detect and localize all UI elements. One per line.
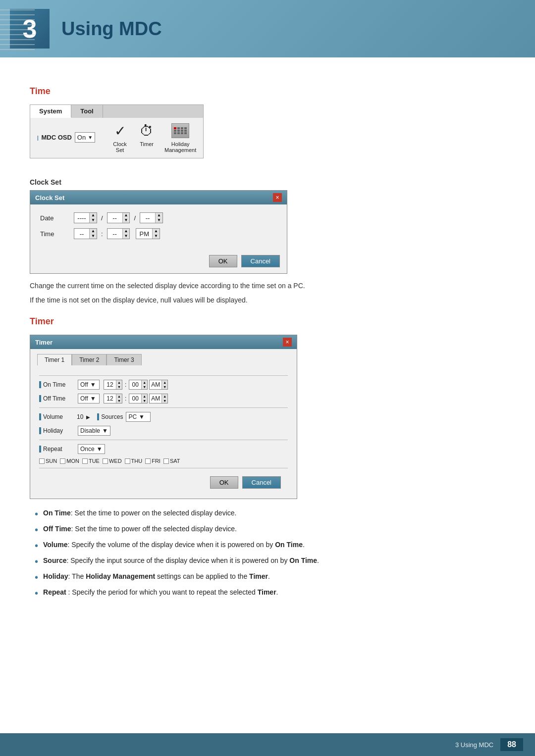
volume-value: 10	[77, 413, 83, 420]
bullet-volume-on-time-ref: On Time	[275, 541, 303, 549]
page-header: 3 Using MDC	[0, 0, 535, 57]
holiday-dropdown[interactable]: Disable ▼	[78, 426, 110, 436]
clock-set-dialog-title: Clock Set	[35, 194, 64, 202]
off-time-ampm-down[interactable]: ▼	[162, 399, 167, 403]
on-time-min-down[interactable]: ▼	[142, 385, 147, 389]
bullet-holiday-management-ref: Holiday Management	[86, 572, 155, 580]
bullet-on-time-label: On Time	[43, 509, 71, 517]
date-month-up[interactable]: ▲	[123, 213, 130, 218]
timer-cancel-button[interactable]: Cancel	[242, 476, 281, 489]
day-wed[interactable]: WED	[103, 458, 122, 464]
day-sun-checkbox[interactable]	[39, 458, 45, 464]
timer-footer: OK Cancel	[39, 472, 288, 495]
time-min-spin[interactable]: -- ▲ ▼	[107, 228, 130, 239]
day-sat-label: SAT	[170, 458, 180, 464]
day-mon-checkbox[interactable]	[60, 458, 65, 464]
day-wed-label: WED	[109, 458, 122, 464]
day-fri[interactable]: FRI	[145, 458, 160, 464]
clock-set-ok-button[interactable]: OK	[209, 255, 237, 267]
time-min-down[interactable]: ▼	[123, 234, 130, 239]
off-time-dropdown[interactable]: Off ▼	[78, 394, 100, 403]
on-time-hour-up[interactable]: ▲	[116, 380, 122, 385]
holiday-icon	[171, 122, 189, 140]
time-min-up[interactable]: ▲	[123, 229, 130, 234]
on-time-ampm-down[interactable]: ▼	[162, 385, 167, 389]
time-hour-spin[interactable]: -- ▲ ▼	[74, 228, 97, 239]
date-day-spin[interactable]: -- ▲ ▼	[140, 212, 163, 223]
timer-dialog-title: Timer	[35, 339, 53, 346]
date-month-down[interactable]: ▼	[123, 218, 130, 223]
day-tue-checkbox[interactable]	[82, 458, 88, 464]
day-fri-checkbox[interactable]	[145, 458, 151, 464]
on-time-min-up[interactable]: ▲	[142, 380, 147, 385]
date-year-arrows: ▲ ▼	[89, 213, 97, 223]
time-ampm-down[interactable]: ▼	[153, 234, 160, 239]
off-time-min-down[interactable]: ▼	[142, 399, 147, 403]
off-time-hour-down[interactable]: ▼	[116, 399, 122, 403]
time-hour-down[interactable]: ▼	[90, 234, 97, 239]
mdc-osd-label: | MDC OSD	[37, 134, 72, 141]
clock-set-close-button[interactable]: ×	[273, 193, 282, 202]
repeat-bar	[39, 446, 41, 453]
on-time-ampm-up[interactable]: ▲	[162, 380, 167, 385]
date-month-spin[interactable]: -- ▲ ▼	[107, 212, 130, 223]
on-time-dropdown[interactable]: Off ▼	[78, 380, 100, 390]
bullet-on-time: • On Time: Set the time to power on the …	[35, 508, 505, 519]
timer-tab-2[interactable]: Timer 2	[72, 354, 107, 365]
timer-tab-1[interactable]: Timer 1	[37, 354, 72, 365]
sources-dropdown[interactable]: PC ▼	[126, 412, 151, 422]
timer-divider1	[39, 375, 288, 376]
day-thu-checkbox[interactable]	[125, 458, 130, 464]
time-ampm-up[interactable]: ▲	[153, 229, 160, 234]
off-time-hour-up[interactable]: ▲	[116, 394, 122, 399]
day-fri-label: FRI	[152, 458, 160, 464]
clock-set-cancel-button[interactable]: Cancel	[241, 255, 280, 267]
day-thu[interactable]: THU	[125, 458, 143, 464]
holiday-icon-item[interactable]: HolidayManagement	[164, 122, 196, 153]
time-ampm-spin[interactable]: PM ▲ ▼	[136, 228, 160, 239]
day-tue[interactable]: TUE	[82, 458, 100, 464]
off-time-ampm-spin[interactable]: AM ▲ ▼	[149, 394, 168, 403]
date-day-arrows: ▲ ▼	[155, 213, 162, 223]
timer-close-button[interactable]: ×	[283, 338, 292, 347]
clock-set-footer: OK Cancel	[30, 251, 287, 273]
day-wed-checkbox[interactable]	[103, 458, 108, 464]
date-day-down[interactable]: ▼	[156, 218, 162, 223]
timer-tab-3[interactable]: Timer 3	[107, 354, 141, 365]
day-checkboxes-row: SUN MON TUE WED	[39, 458, 288, 464]
clock-set-body: Date ---- ▲ ▼ / --	[30, 204, 287, 251]
on-time-bar	[39, 381, 41, 388]
mdc-osd-dropdown[interactable]: On ▼	[75, 132, 95, 143]
on-time-hour-down[interactable]: ▼	[116, 385, 122, 389]
off-time-hour-spin[interactable]: 12 ▲ ▼	[104, 394, 122, 403]
off-time-min-spin[interactable]: 00 ▲ ▼	[129, 394, 148, 403]
clock-set-icon-item[interactable]: ✓ ClockSet	[111, 122, 129, 153]
timer-divider2	[39, 407, 288, 408]
on-time-min-spin[interactable]: 00 ▲ ▼	[129, 380, 148, 390]
on-time-hour-spin[interactable]: 12 ▲ ▼	[104, 380, 122, 390]
on-time-label: On Time	[39, 381, 74, 388]
off-time-ampm-up[interactable]: ▲	[162, 394, 167, 399]
off-time-min-up[interactable]: ▲	[142, 394, 147, 399]
day-mon[interactable]: MON	[60, 458, 79, 464]
sources-dropdown-arrow-icon: ▼	[139, 413, 145, 420]
volume-right-arrow-icon[interactable]: ▶	[86, 414, 90, 420]
time-hour-up[interactable]: ▲	[90, 229, 97, 234]
date-year-spin[interactable]: ---- ▲ ▼	[74, 212, 97, 223]
date-spin-group: ---- ▲ ▼ / -- ▲ ▼	[74, 212, 163, 223]
timer-ok-button[interactable]: OK	[210, 476, 238, 489]
footer-chapter-label: 3 Using MDC	[455, 741, 493, 749]
timer-icon-item[interactable]: ⏱ Timer	[138, 122, 156, 153]
on-time-dropdown-arrow-icon: ▼	[90, 381, 96, 388]
day-sat[interactable]: SAT	[163, 458, 180, 464]
day-sun[interactable]: SUN	[39, 458, 57, 464]
on-time-ampm-spin[interactable]: AM ▲ ▼	[149, 380, 168, 390]
tab-system[interactable]: System	[30, 105, 71, 118]
day-sat-checkbox[interactable]	[163, 458, 169, 464]
date-day-up[interactable]: ▲	[156, 213, 162, 218]
repeat-dropdown[interactable]: Once ▼	[78, 444, 105, 454]
tab-tool[interactable]: Tool	[71, 105, 103, 118]
date-year-down[interactable]: ▼	[90, 218, 97, 223]
date-year-up[interactable]: ▲	[90, 213, 97, 218]
bullet-dot-3: •	[35, 541, 38, 551]
